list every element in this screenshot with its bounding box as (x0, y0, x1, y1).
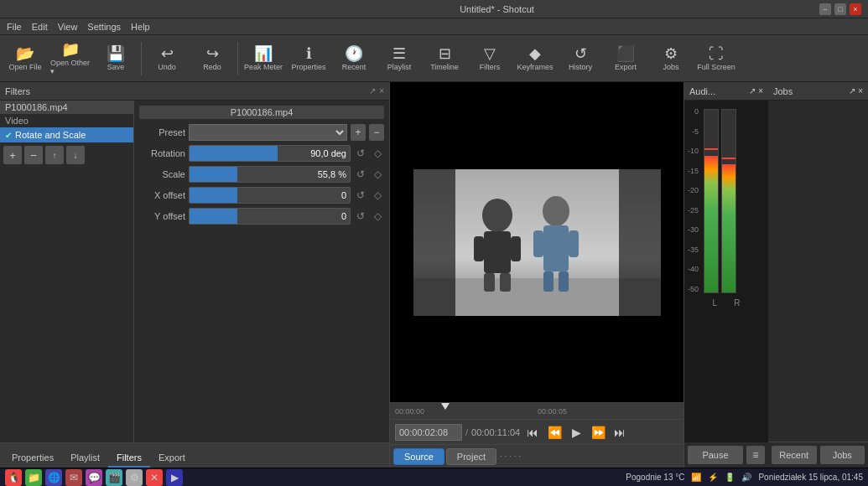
taskbar-battery-icon: 🔋 (725, 473, 735, 482)
move-filter-down-button[interactable]: ↓ (66, 146, 85, 164)
redo-button[interactable]: ↪ Redo (190, 37, 234, 80)
scale-0: 0 (688, 107, 702, 116)
step-forward-button[interactable]: ⏩ (589, 423, 607, 442)
jobs-button[interactable]: ⚙ Jobs (649, 37, 693, 80)
skip-to-end-button[interactable]: ⏭ (611, 423, 629, 442)
peak-meter-button[interactable]: 📊 Peak Meter (242, 37, 285, 80)
taskbar-chat[interactable]: 💬 (86, 469, 102, 486)
player-resize-handle[interactable]: · · · · · (498, 450, 522, 463)
close-button[interactable]: × (850, 3, 861, 15)
filters-panel-float[interactable]: ↗ (369, 86, 376, 96)
audio-R-label: R (734, 298, 740, 308)
taskbar-browser[interactable]: 🌐 (45, 469, 62, 486)
taskbar-launcher[interactable]: 🐧 (5, 469, 22, 486)
minimize-button[interactable]: − (819, 3, 831, 15)
audio-panel-float[interactable]: ↗ (749, 86, 756, 96)
preset-add-button[interactable]: + (351, 124, 366, 141)
yoffset-fill (190, 209, 237, 224)
menu-edit[interactable]: Edit (32, 22, 48, 32)
scale-35: -35 (688, 246, 702, 254)
scale-keyframe[interactable]: ◇ (371, 168, 384, 180)
move-filter-up-button[interactable]: ↑ (45, 146, 64, 164)
menu-help[interactable]: Help (131, 22, 150, 32)
export-button[interactable]: ⬛ Export (604, 37, 647, 80)
undo-button[interactable]: ↩ Undo (145, 37, 189, 80)
filters-panel-close[interactable]: × (379, 86, 384, 96)
recent-tab-button[interactable]: Recent (772, 446, 817, 464)
audio-panel-close[interactable]: × (758, 86, 763, 96)
yoffset-reset[interactable]: ↺ (354, 210, 367, 222)
fullscreen-button[interactable]: ⛶ Full Screen (694, 37, 738, 80)
tab-playlist[interactable]: Playlist (62, 449, 108, 468)
tab-filters[interactable]: Filters (108, 449, 150, 468)
keyframes-icon: ◆ (529, 46, 541, 61)
meter-bar-R (721, 109, 736, 293)
svg-rect-4 (484, 231, 511, 273)
filter-rotate-scale-item[interactable]: ✔ Rotate and Scale (0, 127, 133, 142)
filter-list-buttons: + − ↑ ↓ (0, 142, 133, 168)
tab-export[interactable]: Export (150, 449, 194, 468)
taskbar-mail[interactable]: ✉ (65, 469, 82, 486)
scale-slider[interactable]: 55,8 % (189, 166, 351, 183)
xoffset-reset[interactable]: ↺ (354, 189, 367, 201)
timeline-button[interactable]: ⊟ Timeline (423, 37, 466, 80)
yoffset-keyframe[interactable]: ◇ (371, 210, 384, 222)
taskbar-settings2[interactable]: ⚙ (126, 469, 143, 486)
rotation-slider[interactable]: 90,0 deg (189, 145, 351, 162)
playlist-button[interactable]: ☰ Playlist (377, 37, 421, 80)
jobs-tab-button[interactable]: Jobs (820, 446, 865, 464)
properties-label: Properties (291, 63, 325, 71)
audio-pause-button[interactable]: Pause (688, 446, 743, 464)
playhead-triangle (441, 403, 450, 410)
rotation-reset[interactable]: ↺ (354, 147, 367, 159)
audio-scale: 0 -5 -10 -15 -20 -25 -30 -35 -40 -50 (688, 104, 702, 297)
rotation-keyframe[interactable]: ◇ (371, 147, 384, 159)
taskbar-shotcut[interactable]: 🎬 (106, 469, 122, 486)
remove-filter-button[interactable]: − (24, 146, 43, 164)
window-title: Untitled* - Shotcut (174, 4, 819, 14)
filters-button[interactable]: ▽ Filters (468, 37, 512, 80)
video-content-svg (413, 169, 661, 316)
play-button[interactable]: ▶ (567, 423, 585, 442)
taskbar-files[interactable]: 📁 (25, 469, 42, 486)
open-other-icon: 📁 (61, 42, 80, 57)
step-back-button[interactable]: ⏪ (545, 423, 564, 442)
audio-meter-panel: Audi... ↗ × 0 -5 -10 -15 -20 -25 (684, 82, 768, 468)
xoffset-label: X offset (139, 190, 185, 200)
save-button[interactable]: 💾 Save (94, 37, 138, 80)
filter-title-bar: P1000186.mp4 (139, 106, 384, 119)
history-button[interactable]: ↺ History (559, 37, 602, 80)
recent-button[interactable]: 🕐 Recent (332, 37, 376, 80)
tab-project[interactable]: Project (446, 448, 496, 465)
skip-to-start-button[interactable]: ⏮ (523, 423, 542, 442)
meter-peak-L (704, 148, 718, 150)
open-file-button[interactable]: 📂 Open File (3, 37, 47, 80)
add-filter-button[interactable]: + (3, 146, 22, 164)
audio-menu-button[interactable]: ≡ (746, 446, 765, 464)
player-timeline-ruler: 00:00:00 00:00:05 (390, 402, 683, 419)
scale-reset[interactable]: ↺ (354, 168, 367, 180)
open-other-button[interactable]: 📁 Open Other ▾ (49, 37, 92, 80)
preset-remove-button[interactable]: − (369, 124, 384, 141)
yoffset-slider[interactable]: 0 (189, 208, 351, 225)
menu-file[interactable]: File (7, 22, 22, 32)
taskbar-blue[interactable]: ▶ (166, 469, 183, 486)
jobs-panel-close[interactable]: × (858, 86, 863, 96)
maximize-button[interactable]: □ (834, 3, 846, 15)
menu-settings[interactable]: Settings (87, 22, 121, 32)
rotation-row: Rotation 90,0 deg ↺ ◇ (139, 145, 384, 162)
xoffset-slider[interactable]: 0 (189, 187, 351, 204)
jobs-panel-float[interactable]: ↗ (849, 86, 855, 96)
tab-source[interactable]: Source (393, 448, 444, 465)
current-time-input[interactable] (395, 424, 462, 441)
keyframes-button[interactable]: ◆ Keyframes (513, 37, 557, 80)
xoffset-keyframe[interactable]: ◇ (371, 189, 384, 201)
properties-button[interactable]: ℹ Properties (287, 37, 330, 80)
audio-meter-container: 0 -5 -10 -15 -20 -25 -30 -35 -40 -50 (688, 104, 765, 297)
taskbar-red[interactable]: ✕ (146, 469, 163, 486)
history-icon: ↺ (574, 46, 587, 61)
preset-label: Preset (139, 127, 185, 137)
menu-view[interactable]: View (58, 22, 78, 32)
tab-properties[interactable]: Properties (3, 449, 62, 468)
preset-select[interactable] (189, 124, 347, 141)
